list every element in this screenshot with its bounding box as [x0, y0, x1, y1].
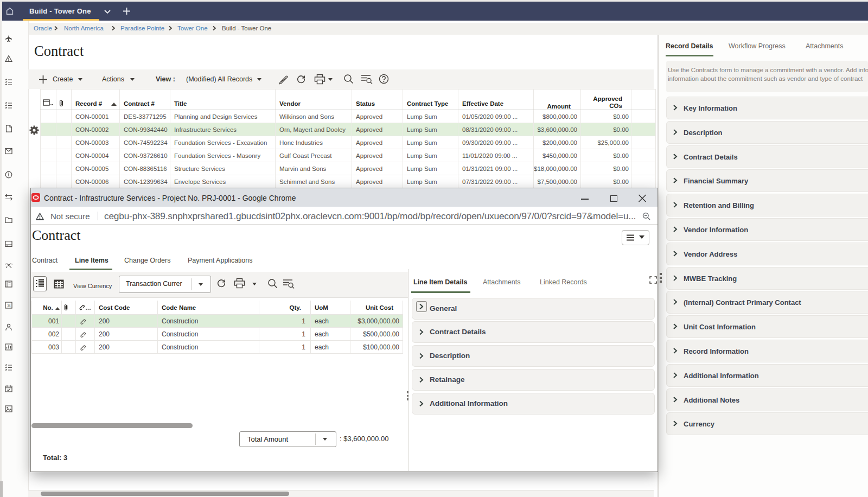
svg-text:S: S	[7, 303, 10, 308]
